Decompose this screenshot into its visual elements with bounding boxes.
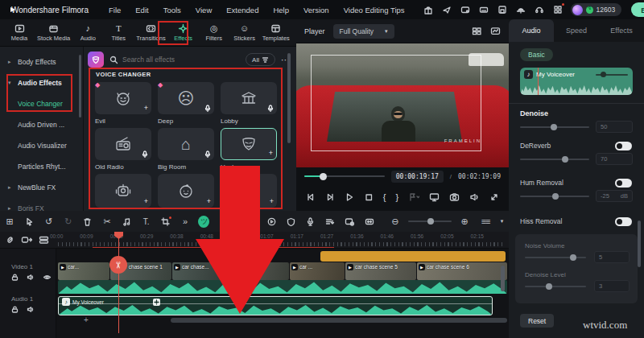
stop-icon[interactable]: [364, 192, 374, 202]
tab-stickers[interactable]: ☺Stickers: [230, 23, 259, 42]
account-coins[interactable]: 12603: [571, 3, 622, 16]
effect-face-icon[interactable]: [198, 216, 209, 228]
delete-icon[interactable]: [78, 217, 97, 226]
sidebar-item-body-effects[interactable]: ▸Body Effects: [0, 52, 83, 72]
previous-frame-icon[interactable]: [306, 192, 316, 202]
export-button[interactable]: Export ▾: [631, 2, 644, 17]
volume-icon[interactable]: [469, 192, 480, 202]
denoise-slider[interactable]: [520, 126, 589, 128]
timeline-hscrollbar[interactable]: [171, 318, 507, 323]
tab-media[interactable]: Media: [5, 23, 34, 42]
voiceover-clip-card[interactable]: ♪ My Voiceover: [520, 68, 633, 95]
tab-templates[interactable]: Templates: [261, 23, 291, 42]
add-effect-icon[interactable]: +: [207, 198, 211, 205]
text-tool-icon[interactable]: T.: [137, 217, 156, 226]
menu-file[interactable]: File: [101, 6, 128, 14]
video-audio-waveform[interactable]: [58, 280, 507, 294]
hiss-toggle[interactable]: [615, 217, 632, 226]
marker-clip[interactable]: [320, 251, 506, 262]
timeline-zoom-slider[interactable]: [408, 221, 452, 222]
basic-pill[interactable]: Basic: [520, 48, 553, 61]
playhead-line[interactable]: [118, 232, 119, 333]
lock-icon[interactable]: [11, 306, 19, 313]
undo-icon[interactable]: ↺: [39, 216, 58, 227]
voice-changer-mode-button[interactable]: [88, 52, 104, 68]
auto-ripple-icon[interactable]: [21, 235, 33, 245]
play-icon[interactable]: [345, 192, 354, 202]
zoom-out-icon[interactable]: ⊖: [386, 216, 405, 227]
add-effect-icon[interactable]: +: [144, 105, 148, 112]
mic-preview-icon[interactable]: [267, 105, 274, 112]
tab-transitions[interactable]: Transitions: [134, 23, 167, 42]
tab-filters[interactable]: ◎Filters: [200, 23, 229, 42]
mute-icon[interactable]: [27, 306, 35, 313]
record-camera-icon[interactable]: [242, 217, 262, 226]
add-effect-icon[interactable]: +: [269, 150, 273, 157]
effect-card-evil[interactable]: ◆ +: [95, 82, 151, 114]
render-preview-icon[interactable]: [340, 217, 359, 226]
tab-audio[interactable]: Audio: [509, 19, 554, 42]
audio-stretch-icon[interactable]: [320, 217, 340, 226]
screen-record-icon[interactable]: [262, 217, 281, 226]
snapshot-icon[interactable]: [449, 192, 460, 202]
video-clip[interactable]: ▶car chase scene 6: [417, 262, 507, 280]
menu-view[interactable]: View: [188, 6, 219, 14]
quality-select[interactable]: Full Quality▾: [333, 24, 394, 39]
sidebar-item-newblue-fx[interactable]: ▸NewBlue FX: [0, 177, 83, 198]
track-manager-icon[interactable]: [39, 235, 50, 245]
save-icon[interactable]: [497, 5, 507, 14]
mic-preview-icon[interactable]: [142, 150, 148, 158]
hum-slider[interactable]: [520, 196, 589, 197]
mark-out-icon[interactable]: }: [395, 192, 398, 202]
effect-card-robot[interactable]: +: [95, 174, 151, 208]
menu-help[interactable]: Help: [266, 6, 296, 14]
zoom-in-icon[interactable]: ⊕: [455, 216, 474, 227]
effect-card-hidden[interactable]: +: [221, 174, 277, 208]
add-effect-icon[interactable]: +: [144, 198, 148, 205]
effect-card-hacker[interactable]: +: [221, 128, 277, 160]
track-height-icon[interactable]: ≡≡: [474, 216, 497, 226]
select-cursor-icon[interactable]: [19, 217, 39, 226]
noise-volume-value-box[interactable]: 5: [594, 251, 630, 263]
fullscreen-icon[interactable]: [489, 192, 499, 202]
tab-effects-props[interactable]: Effects: [599, 19, 644, 42]
more-tools-icon[interactable]: »: [175, 216, 195, 226]
video-clip[interactable]: ▶car chase scene 5: [345, 262, 416, 280]
effect-card-lobby[interactable]: [221, 82, 277, 114]
split-scissors-icon[interactable]: ✂: [97, 216, 117, 227]
reset-button[interactable]: Reset: [520, 314, 554, 328]
denoise-level-slider[interactable]: [525, 286, 586, 287]
video-clip[interactable]: ▶car...: [58, 262, 109, 280]
fit-timeline-icon[interactable]: [359, 217, 378, 226]
seek-bar[interactable]: [304, 175, 385, 177]
dereverb-slider[interactable]: [520, 159, 589, 160]
effect-card-big-room[interactable]: ⌂: [158, 128, 214, 160]
filter-all-button[interactable]: All: [246, 53, 275, 66]
support-icon[interactable]: [535, 5, 544, 14]
sidebar-item-audio-effects[interactable]: ▾Audio Effects: [0, 72, 83, 93]
scope-icon[interactable]: [490, 27, 501, 35]
tab-stock-media[interactable]: Stock Media: [35, 23, 72, 42]
sidebar-item-voice-changer[interactable]: Voice Changer: [0, 93, 83, 114]
clip-volume-slider[interactable]: [596, 74, 628, 76]
hum-value-box[interactable]: -25dB: [596, 190, 633, 202]
add-track-button[interactable]: +: [84, 315, 89, 324]
avatar[interactable]: [572, 5, 583, 15]
redo-icon[interactable]: ↻: [59, 216, 78, 227]
apps-icon[interactable]: [553, 5, 563, 14]
menu-tools[interactable]: Tools: [156, 6, 188, 14]
search-input[interactable]: [122, 56, 240, 64]
sidebar-scrollbar[interactable]: [79, 55, 81, 117]
search-field[interactable]: [109, 56, 240, 64]
dereverb-value-box[interactable]: 70: [596, 153, 633, 165]
cloud-upload-icon[interactable]: [516, 5, 526, 14]
seek-thumb[interactable]: [320, 173, 327, 180]
workspace-grid-icon[interactable]: ⊞: [0, 216, 19, 227]
tab-audio[interactable]: ♪Audio: [73, 23, 102, 42]
keyboard-icon[interactable]: [479, 5, 489, 14]
sidebar-item-particles-rhythm[interactable]: Particles Rhyt...: [0, 156, 83, 177]
props-scrollbar[interactable]: [638, 221, 641, 267]
timeline-ruler[interactable]: 00:0000:0900:1900:2900:3800:4800:5801:07…: [0, 232, 509, 249]
tab-titles[interactable]: TTitles: [104, 23, 133, 42]
shortcut-icon[interactable]: [460, 5, 470, 14]
